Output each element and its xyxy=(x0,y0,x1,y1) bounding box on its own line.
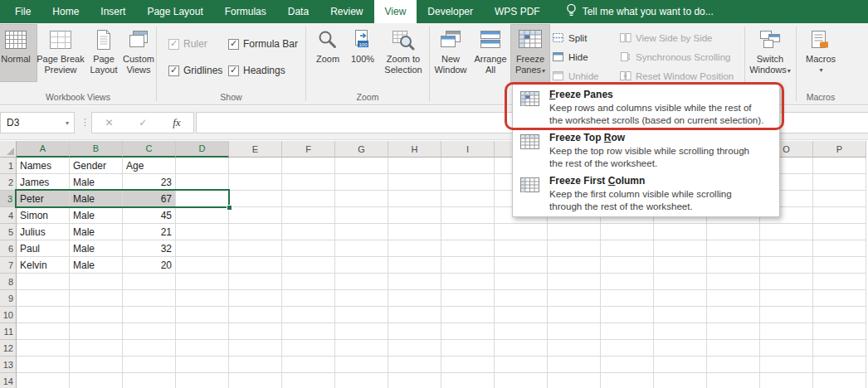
cell-B13[interactable] xyxy=(70,356,123,373)
cell-K7[interactable] xyxy=(548,257,601,274)
cell-M8[interactable] xyxy=(654,274,707,290)
cell-H7[interactable] xyxy=(388,257,441,274)
cancel-icon[interactable]: ✕ xyxy=(105,117,113,129)
row-header-3[interactable]: 3 xyxy=(0,191,17,207)
zoom-button[interactable]: Zoom xyxy=(310,25,345,81)
cell-K9[interactable] xyxy=(548,290,601,307)
cell-C6[interactable]: 32 xyxy=(123,240,176,257)
cell-A3[interactable]: Peter xyxy=(17,191,70,207)
row-header-13[interactable]: 13 xyxy=(0,356,17,373)
cell-J11[interactable] xyxy=(495,323,548,340)
cell-B5[interactable]: Male xyxy=(70,224,123,240)
cell-F5[interactable] xyxy=(282,224,335,240)
cell-P14[interactable] xyxy=(813,373,866,388)
cell-I4[interactable] xyxy=(441,207,495,224)
tab-view[interactable]: View xyxy=(374,0,417,23)
cell-F11[interactable] xyxy=(282,323,335,340)
cell-E13[interactable] xyxy=(229,356,282,373)
cell-N8[interactable] xyxy=(707,274,760,290)
cell-G6[interactable] xyxy=(335,240,388,257)
new-window-button[interactable]: NewWindow xyxy=(432,25,470,81)
cell-A6[interactable]: Paul xyxy=(17,240,70,257)
cell-H3[interactable] xyxy=(388,191,441,207)
cell-C1[interactable]: Age xyxy=(123,158,176,174)
cell-L5[interactable] xyxy=(601,224,654,240)
cell-K10[interactable] xyxy=(548,307,601,323)
cell-A8[interactable] xyxy=(17,274,70,290)
cell-F13[interactable] xyxy=(282,356,335,373)
cell-L6[interactable] xyxy=(601,240,654,257)
cell-E6[interactable] xyxy=(229,240,282,257)
cell-F12[interactable] xyxy=(282,340,335,356)
cell-E5[interactable] xyxy=(229,224,282,240)
cell-P4[interactable] xyxy=(813,207,866,224)
row-header-1[interactable]: 1 xyxy=(0,158,17,174)
page-break-preview-button[interactable]: Page BreakPreview xyxy=(35,25,86,81)
cell-E7[interactable] xyxy=(229,257,282,274)
cell-A11[interactable] xyxy=(17,323,70,340)
cell-F9[interactable] xyxy=(282,290,335,307)
cell-F4[interactable] xyxy=(282,207,335,224)
tab-formulas[interactable]: Formulas xyxy=(214,0,277,23)
cell-B14[interactable] xyxy=(70,373,123,388)
column-header-d[interactable]: D xyxy=(176,141,229,158)
cell-G10[interactable] xyxy=(335,307,388,323)
cell-B4[interactable]: Male xyxy=(70,207,123,224)
cell-B8[interactable] xyxy=(70,274,123,290)
cell-L10[interactable] xyxy=(601,307,654,323)
tab-wps-pdf[interactable]: WPS PDF xyxy=(484,0,551,23)
tab-home[interactable]: Home xyxy=(41,0,90,23)
hide-button[interactable]: Hide xyxy=(552,49,588,65)
row-header-12[interactable]: 12 xyxy=(0,340,17,356)
cell-M9[interactable] xyxy=(654,290,707,307)
cell-M6[interactable] xyxy=(654,240,707,257)
cell-A10[interactable] xyxy=(17,307,70,323)
cell-G12[interactable] xyxy=(335,340,388,356)
column-header-p[interactable]: P xyxy=(813,141,866,158)
cell-I7[interactable] xyxy=(441,257,495,274)
cell-H9[interactable] xyxy=(388,290,441,307)
cell-P9[interactable] xyxy=(813,290,866,307)
cell-D10[interactable] xyxy=(176,307,229,323)
column-header-e[interactable]: E xyxy=(229,141,282,158)
cell-K11[interactable] xyxy=(548,323,601,340)
cell-C9[interactable] xyxy=(123,290,176,307)
cell-N11[interactable] xyxy=(707,323,760,340)
cell-H5[interactable] xyxy=(388,224,441,240)
cell-O7[interactable] xyxy=(760,257,813,274)
cell-E10[interactable] xyxy=(229,307,282,323)
cell-F1[interactable] xyxy=(282,158,335,174)
cell-O8[interactable] xyxy=(760,274,813,290)
cell-N7[interactable] xyxy=(707,257,760,274)
cell-A5[interactable]: Julius xyxy=(17,224,70,240)
cell-J5[interactable] xyxy=(495,224,548,240)
cell-G14[interactable] xyxy=(335,373,388,388)
cell-I1[interactable] xyxy=(441,158,495,174)
cell-O9[interactable] xyxy=(760,290,813,307)
gridlines-checkbox[interactable]: Gridlines xyxy=(168,64,222,77)
cell-I12[interactable] xyxy=(441,340,495,356)
cell-G2[interactable] xyxy=(335,174,388,191)
cell-P8[interactable] xyxy=(813,274,866,290)
row-header-11[interactable]: 11 xyxy=(0,323,17,340)
cell-I3[interactable] xyxy=(441,191,495,207)
cell-N13[interactable] xyxy=(707,356,760,373)
select-all-corner[interactable] xyxy=(0,141,17,158)
cell-O12[interactable] xyxy=(760,340,813,356)
cell-B12[interactable] xyxy=(70,340,123,356)
row-header-4[interactable]: 4 xyxy=(0,207,17,224)
cell-O10[interactable] xyxy=(760,307,813,323)
cell-I2[interactable] xyxy=(441,174,495,191)
row-header-10[interactable]: 10 xyxy=(0,307,17,323)
cell-A2[interactable]: James xyxy=(17,174,70,191)
cell-L13[interactable] xyxy=(601,356,654,373)
cell-C3[interactable]: 67 xyxy=(123,191,176,207)
cell-H1[interactable] xyxy=(388,158,441,174)
menu-item-freeze-panes[interactable]: Freeze PanesKeep rows and columns visibl… xyxy=(513,85,779,129)
cell-D3[interactable] xyxy=(176,191,229,207)
cell-H13[interactable] xyxy=(388,356,441,373)
cell-B7[interactable]: Male xyxy=(70,257,123,274)
cell-F2[interactable] xyxy=(282,174,335,191)
cell-L7[interactable] xyxy=(601,257,654,274)
cell-K6[interactable] xyxy=(548,240,601,257)
